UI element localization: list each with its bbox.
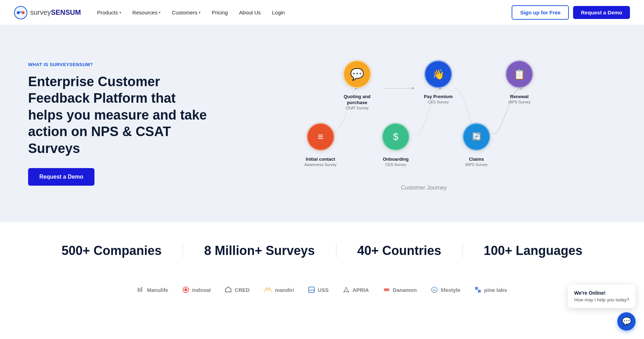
node-renewal: 📋 Renewal rNPS Survey (505, 60, 533, 104)
cred-icon (225, 286, 232, 293)
svg-point-1 (17, 11, 20, 14)
quoting-label: Quoting andpurchase (344, 94, 371, 106)
journey-diagram: 💬 Quoting andpurchase CSAT Survey 👋 Pay … (304, 57, 543, 176)
logo[interactable]: surveySENSUM (14, 6, 81, 19)
nav-pricing[interactable]: Pricing (207, 7, 233, 18)
hero-section: WHAT IS SURVEYSENSUM? Enterprise Custome… (0, 25, 644, 222)
logo-mandiri: mandiri (264, 286, 294, 293)
stat-surveys: 8 Million+ Surveys (183, 243, 336, 258)
node-paypremium: 👋 Pay Premium CES Survey (424, 60, 453, 104)
logo-cred: CRED (225, 286, 250, 293)
initialcontact-sublabel: Awareness Survey (304, 162, 337, 167)
svg-rect-3 (138, 288, 139, 292)
initialcontact-circle: ≡ (307, 123, 335, 151)
chevron-down-icon: ▾ (199, 11, 201, 14)
renewal-sublabel: rNPS Survey (508, 100, 531, 104)
svg-rect-14 (475, 287, 478, 290)
svg-rect-15 (478, 290, 481, 293)
svg-point-2 (22, 11, 25, 14)
claims-circle: 🔄 (462, 123, 491, 151)
stats-bar: 500+ Companies 8 Million+ Surveys 40+ Co… (0, 222, 644, 279)
chevron-down-icon: ▾ (159, 11, 160, 14)
nav-login[interactable]: Login (267, 7, 290, 18)
nav-items: Products ▾ Resources ▾ Customers ▾ Prici… (92, 7, 509, 18)
logo-text: surveySENSUM (30, 8, 81, 17)
paypremium-sublabel: CES Survey (424, 100, 453, 104)
lifestyle-icon: life (431, 286, 438, 293)
quoting-sublabel: CSAT Survey (344, 106, 371, 110)
logo-apria: APRIA (343, 286, 369, 293)
svg-rect-5 (141, 287, 142, 292)
signup-button[interactable]: Sign up for Free (512, 5, 569, 20)
logo-indosat: indosat (182, 286, 211, 293)
paypremium-circle: 👋 (424, 60, 452, 88)
stat-companies: 500+ Companies (40, 243, 183, 258)
stat-languages-number: 100+ Languages (484, 243, 583, 258)
stat-countries-number: 40+ Countries (357, 243, 441, 258)
svg-rect-11 (384, 288, 389, 291)
manulife-icon (137, 286, 144, 293)
renewal-label: Renewal (508, 94, 531, 100)
claims-sublabel: tNPS Survey (466, 162, 488, 167)
hero-title: Enterprise Customer Feedback Platform th… (28, 73, 211, 157)
chat-widget: We're Online! How may I help you today? … (568, 284, 636, 307)
pinelabs-icon (474, 286, 481, 293)
initialcontact-label: Initial contact (304, 156, 337, 162)
stat-surveys-number: 8 Million+ Surveys (204, 243, 315, 258)
logo-danamon: Danamon (383, 286, 417, 293)
logo-icon (14, 6, 27, 19)
onboarding-label: Onboarding (383, 156, 409, 162)
chat-prompt: How may I help you today? (574, 297, 629, 302)
nav-customers[interactable]: Customers ▾ (167, 7, 205, 18)
chat-online-label: We're Online! (574, 290, 629, 296)
logo-lifestyle: life lifestyle (431, 286, 460, 293)
svg-text:USS: USS (309, 289, 315, 292)
danamon-icon (383, 286, 390, 293)
node-onboarding: $ Onboarding CES Survey (382, 123, 410, 167)
onboarding-circle: $ (382, 123, 410, 151)
stat-companies-number: 500+ Companies (61, 243, 162, 258)
navbar: surveySENSUM Products ▾ Resources ▾ Cust… (0, 0, 644, 25)
indosat-icon (182, 286, 189, 293)
logo-pinelabs: pine labs (474, 286, 507, 293)
stat-countries: 40+ Countries (336, 243, 463, 258)
nav-resources[interactable]: Resources ▾ (127, 7, 166, 18)
svg-point-7 (184, 288, 187, 291)
request-demo-button-hero[interactable]: Request a Demo (28, 168, 94, 186)
svg-point-0 (14, 6, 27, 19)
stat-languages: 100+ Languages (463, 243, 604, 258)
svg-marker-8 (225, 287, 231, 292)
node-initialcontact: ≡ Initial contact Awareness Survey (304, 123, 337, 167)
node-claims: 🔄 Claims tNPS Survey (462, 123, 491, 167)
svg-rect-4 (139, 288, 140, 292)
nav-about[interactable]: About Us (234, 7, 266, 18)
hero-subtitle: WHAT IS SURVEYSENSUM? (28, 62, 211, 67)
chat-bubble: We're Online! How may I help you today? (568, 284, 636, 307)
claims-label: Claims (466, 156, 488, 162)
apria-icon (343, 286, 350, 293)
nav-products[interactable]: Products ▾ (92, 7, 126, 18)
svg-text:life: life (433, 289, 436, 291)
onboarding-sublabel: CES Survey (383, 162, 409, 167)
hero-left: WHAT IS SURVEYSENSUM? Enterprise Custome… (28, 62, 211, 186)
logo-manulife: Manulife (137, 286, 168, 293)
node-quoting: 💬 Quoting andpurchase CSAT Survey (343, 60, 371, 110)
renewal-circle: 📋 (505, 60, 533, 88)
logo-uss: USS USS (308, 286, 329, 293)
nav-actions: Sign up for Free Request a Demo (512, 5, 630, 20)
mandiri-icon (264, 286, 272, 293)
chevron-down-icon: ▾ (119, 11, 121, 14)
hero-right: 💬 Quoting andpurchase CSAT Survey 👋 Pay … (225, 57, 623, 191)
request-demo-button-nav[interactable]: Request a Demo (573, 6, 630, 19)
quoting-circle: 💬 (343, 60, 371, 88)
paypremium-label: Pay Premium (424, 94, 453, 100)
uss-icon: USS (308, 286, 315, 293)
logos-bar: Manulife indosat CRED mandiri USS USS AP… (0, 279, 644, 307)
journey-caption: Customer Journey (401, 185, 447, 191)
